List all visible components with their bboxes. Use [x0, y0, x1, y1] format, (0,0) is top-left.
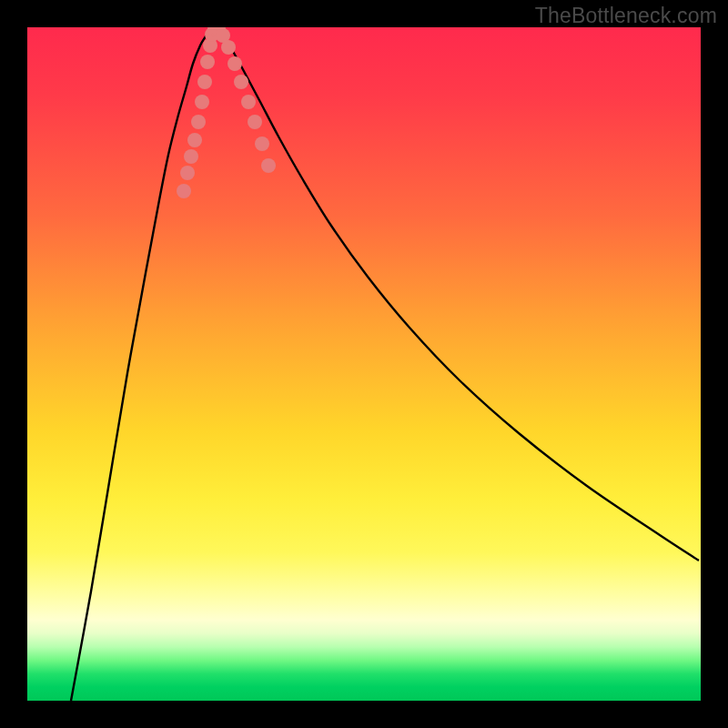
left-branch-curve: [71, 27, 214, 701]
bottleneck-curve-svg: [27, 27, 701, 701]
data-point-marker: [197, 75, 212, 89]
data-point-marker: [228, 56, 242, 71]
data-point-markers: [177, 27, 276, 198]
data-point-marker: [184, 149, 198, 164]
data-point-marker: [177, 184, 191, 198]
data-point-marker: [180, 166, 195, 180]
data-point-marker: [241, 95, 256, 109]
data-point-marker: [261, 158, 276, 173]
watermark-text: TheBottleneck.com: [535, 4, 717, 28]
data-point-marker: [255, 136, 269, 151]
data-point-marker: [248, 115, 262, 129]
data-point-marker: [221, 40, 236, 55]
right-branch-curve: [214, 27, 699, 561]
chart-frame: [27, 27, 701, 701]
data-point-marker: [234, 75, 248, 89]
data-point-marker: [195, 95, 209, 109]
data-point-marker: [187, 133, 202, 147]
data-point-marker: [200, 55, 215, 69]
data-point-marker: [191, 115, 206, 129]
